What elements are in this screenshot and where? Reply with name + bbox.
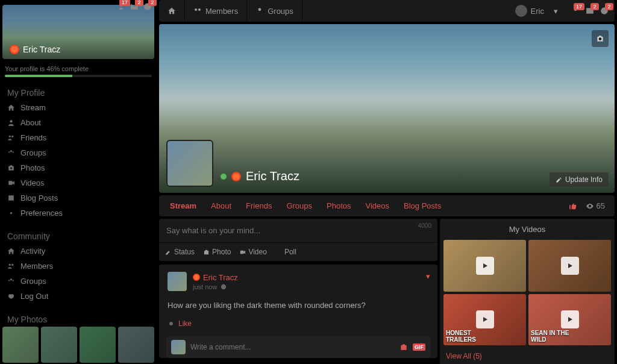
- compose-video[interactable]: Video: [239, 248, 266, 256]
- profile-completion-bar: [5, 75, 152, 77]
- blog-icon: [7, 194, 16, 202]
- messages-icon[interactable]: 2: [130, 2, 139, 11]
- sidebar-item-preferences[interactable]: Preferences: [2, 206, 154, 221]
- comment-input[interactable]: [190, 343, 395, 351]
- profile-name: Eric Tracz: [246, 169, 299, 183]
- sidebar-item-photos[interactable]: Photos: [2, 160, 154, 175]
- topbar-messages-badge: 2: [590, 3, 599, 10]
- tab-groups[interactable]: Groups: [279, 195, 319, 216]
- post: Eric Tracz just now ▾ How are you liking: [159, 265, 437, 358]
- sidebar-item-groups[interactable]: Groups: [2, 145, 154, 160]
- video-thumb[interactable]: [443, 240, 526, 292]
- views-icon: [586, 202, 594, 210]
- sidebar-item-groups[interactable]: Groups: [2, 274, 154, 289]
- play-icon: [476, 257, 494, 275]
- tab-photos[interactable]: Photos: [319, 195, 358, 216]
- svg-point-15: [599, 37, 602, 40]
- topbar-friend-requests-icon[interactable]: 17: [571, 7, 580, 15]
- sidebar-item-activity[interactable]: Activity: [2, 243, 154, 259]
- sidebar-item-about[interactable]: About: [2, 115, 154, 130]
- video-thumb[interactable]: SEAN IN THEWILD: [528, 294, 611, 346]
- view-all-videos[interactable]: View All (5): [446, 352, 482, 360]
- chevron-down-icon: ▾: [554, 7, 558, 16]
- post-body: How are you liking the dark theme with r…: [159, 295, 437, 316]
- compose-status[interactable]: Status: [165, 248, 195, 256]
- like-icon[interactable]: [569, 202, 577, 210]
- update-info-button[interactable]: Update Info: [550, 172, 609, 187]
- char-counter: 4000: [418, 222, 431, 229]
- photo-thumb[interactable]: [41, 327, 77, 363]
- group-icon: [7, 149, 16, 157]
- notifications-icon[interactable]: 2: [143, 2, 152, 11]
- my-videos-widget: My Videos HONESTTRAILERSSEAN IN THEWILD …: [440, 219, 615, 364]
- photo-thumb[interactable]: [118, 327, 154, 363]
- tab-about[interactable]: About: [204, 195, 239, 216]
- compose-poll[interactable]: Poll: [275, 248, 296, 256]
- online-indicator: [221, 174, 227, 180]
- profile-avatar[interactable]: [166, 140, 213, 187]
- svg-point-2: [9, 136, 11, 137]
- svg-point-1: [10, 120, 12, 122]
- user-menu[interactable]: Eric ▾: [508, 2, 565, 19]
- video-thumb[interactable]: HONESTTRAILERS: [443, 294, 526, 346]
- my-profile-heading: My Profile: [2, 86, 154, 100]
- play-icon: [561, 310, 579, 328]
- users-icon: [7, 134, 16, 142]
- like-icon: [168, 320, 175, 327]
- topbar: Members Groups Eric ▾ 17: [159, 0, 615, 22]
- post-avatar[interactable]: [168, 272, 187, 291]
- tab-blog-posts[interactable]: Blog Posts: [396, 195, 448, 216]
- camera-icon: [7, 164, 16, 172]
- play-icon: [561, 257, 579, 275]
- topbar-notifications-icon[interactable]: 2: [600, 7, 609, 15]
- svg-point-16: [221, 284, 226, 289]
- tab-stream[interactable]: Stream: [163, 195, 204, 216]
- flame-icon: [231, 172, 241, 181]
- svg-point-13: [13, 280, 14, 281]
- tab-friends[interactable]: Friends: [239, 195, 279, 216]
- svg-point-3: [11, 136, 13, 137]
- sidebar-item-stream[interactable]: Stream: [2, 100, 154, 115]
- nav-home[interactable]: [159, 0, 185, 22]
- nav-members[interactable]: Members: [185, 0, 247, 22]
- comment-avatar: [171, 340, 186, 354]
- topbar-friends-badge: 17: [574, 3, 584, 10]
- sidebar-item-videos[interactable]: Videos: [2, 175, 154, 190]
- gif-button[interactable]: GIF: [413, 344, 425, 351]
- photo-thumb[interactable]: [2, 327, 39, 363]
- video-thumb[interactable]: [528, 240, 611, 292]
- post-menu-button[interactable]: ▾: [426, 272, 430, 281]
- sidebar-user-name: Eric Tracz: [23, 45, 60, 54]
- svg-point-7: [10, 167, 12, 169]
- tab-videos[interactable]: Videos: [359, 195, 397, 216]
- group-icon: [7, 277, 16, 285]
- play-icon: [476, 310, 494, 328]
- sidebar-item-members[interactable]: Members: [2, 259, 154, 274]
- svg-point-12: [8, 280, 10, 281]
- post-author-name[interactable]: Eric Tracz: [203, 273, 238, 282]
- photo-thumb[interactable]: [80, 327, 116, 363]
- users-icon: [7, 262, 16, 270]
- compose-photo[interactable]: Photo: [203, 248, 231, 256]
- svg-point-9: [9, 264, 11, 266]
- svg-point-4: [10, 150, 12, 152]
- globe-icon: [221, 284, 227, 290]
- nav-groups[interactable]: Groups: [247, 0, 302, 22]
- status-input[interactable]: [166, 226, 430, 235]
- comment-camera-icon[interactable]: [399, 343, 408, 351]
- svg-point-17: [169, 322, 173, 325]
- sidebar-item-blog-posts[interactable]: Blog Posts: [2, 190, 154, 206]
- user-icon: [7, 119, 16, 127]
- profile-completion-label: Your profile is 46% complete: [5, 65, 152, 72]
- sidebar-item-friends[interactable]: Friends: [2, 130, 154, 145]
- change-cover-button[interactable]: [592, 30, 609, 47]
- update-info-label: Update Info: [565, 175, 603, 184]
- views-count: 65: [597, 201, 605, 210]
- flame-icon: [193, 274, 200, 281]
- svg-point-8: [10, 212, 12, 214]
- sidebar-item-log-out[interactable]: Log Out: [2, 289, 154, 304]
- topbar-messages-icon[interactable]: 2: [586, 7, 594, 15]
- friend-requests-icon[interactable]: 17: [117, 2, 125, 11]
- sidebar-cover[interactable]: Eric Tracz: [2, 5, 154, 59]
- like-button[interactable]: Like: [178, 319, 192, 328]
